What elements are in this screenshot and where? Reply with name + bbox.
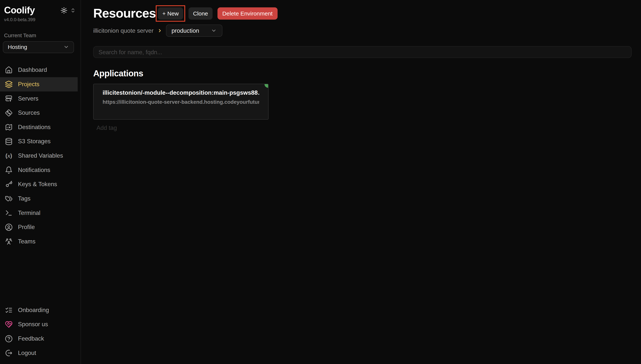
applications-grid: illicitestonion/-module--decomposition:m… [93, 84, 632, 120]
sidebar-item-sponsor-us[interactable]: Sponsor us [0, 317, 81, 332]
sidebar-item-label: Tags [18, 195, 31, 202]
checklist-icon [5, 306, 13, 314]
environment-select-value: production [171, 28, 199, 34]
sidebar-item-feedback[interactable]: Feedback [0, 331, 81, 346]
app-window: Coolify v4.0.0-beta.399 Current Team Hos… [0, 0, 641, 364]
chevrons-up-down-icon[interactable] [70, 8, 76, 13]
sidebar-item-label: Profile [18, 224, 35, 230]
sidebar-item-label: Feedback [18, 335, 44, 342]
layers-icon [5, 80, 13, 88]
database-icon [5, 138, 13, 145]
team-select-value: Hosting [8, 44, 27, 50]
home-icon [5, 66, 13, 74]
sidebar-item-label: Logout [18, 350, 36, 356]
add-tag-button[interactable]: Add tag [97, 124, 631, 131]
sidebar-item-tags[interactable]: Tags [0, 191, 81, 206]
variables-icon: (x) [5, 152, 13, 160]
sidebar-item-label: Terminal [18, 210, 40, 216]
annotation-highlight-box: + New [156, 5, 185, 22]
sidebar-item-label: Onboarding [18, 307, 49, 313]
sidebar-item-label: Notifications [18, 167, 50, 173]
sidebar-bottom-nav: Onboarding Sponsor us Feedback Logout [0, 303, 81, 360]
page-title: Resources [93, 6, 156, 21]
sidebar-nav: Dashboard Projects Servers Sources [0, 63, 81, 248]
page-header: Resources + New Clone Delete Environment [93, 5, 632, 22]
user-circle-icon [5, 223, 13, 231]
status-indicator [264, 84, 268, 88]
app-version: v4.0.0-beta.399 [4, 17, 81, 22]
bell-icon [5, 166, 13, 174]
tags-icon [5, 195, 13, 202]
sidebar-item-label: S3 Storages [18, 138, 51, 145]
sidebar-item-label: Destinations [18, 124, 51, 130]
sidebar: Coolify v4.0.0-beta.399 Current Team Hos… [0, 0, 81, 364]
sidebar-item-terminal[interactable]: Terminal [0, 206, 81, 220]
sidebar-item-shared-variables[interactable]: (x) Shared Variables [0, 148, 81, 163]
application-card[interactable]: illicitestonion/-module--decomposition:m… [93, 84, 269, 120]
sidebar-item-notifications[interactable]: Notifications [0, 163, 81, 177]
applications-heading: Applications [93, 68, 632, 78]
sidebar-item-label: Sponsor us [18, 321, 48, 328]
main-content: Resources + New Clone Delete Environment… [81, 0, 641, 364]
help-circle-icon [5, 335, 13, 342]
sidebar-item-label: Sources [18, 110, 40, 116]
map-icon [5, 123, 13, 131]
sidebar-spacer [0, 248, 81, 303]
users-icon [5, 238, 13, 245]
search-input[interactable] [93, 46, 632, 58]
sidebar-item-s3-storages[interactable]: S3 Storages [0, 134, 81, 148]
sidebar-item-label: Servers [18, 95, 39, 102]
sidebar-item-servers[interactable]: Servers [0, 91, 81, 106]
sidebar-item-destinations[interactable]: Destinations [0, 120, 81, 134]
server-icon [5, 94, 13, 102]
sidebar-item-logout[interactable]: Logout [0, 346, 81, 360]
terminal-icon [5, 209, 13, 216]
application-url: https://illicitonion-quote-server-backen… [103, 99, 259, 105]
breadcrumb-project-link[interactable]: illicitonion quote server [93, 28, 154, 34]
breadcrumb: illicitonion quote server production [93, 24, 632, 37]
environment-select[interactable]: production [166, 24, 222, 37]
sidebar-item-label: Teams [18, 238, 35, 245]
heart-handshake-icon [5, 320, 13, 328]
delete-environment-button[interactable]: Delete Environment [217, 7, 277, 20]
sidebar-item-label: Projects [18, 81, 39, 88]
sidebar-item-label: Shared Variables [18, 152, 63, 159]
sidebar-item-onboarding[interactable]: Onboarding [0, 303, 81, 317]
sidebar-item-label: Dashboard [18, 66, 47, 73]
sidebar-item-label: Keys & Tokens [18, 181, 57, 188]
chevron-right-icon [157, 28, 162, 33]
sidebar-item-profile[interactable]: Profile [0, 220, 81, 234]
git-source-icon [5, 109, 13, 116]
clone-button[interactable]: Clone [189, 7, 213, 20]
logout-icon [5, 349, 13, 357]
key-icon [5, 180, 13, 188]
search-bar [93, 46, 632, 58]
sun-icon[interactable] [61, 7, 68, 14]
chevron-down-icon [211, 28, 217, 34]
sidebar-item-dashboard[interactable]: Dashboard [0, 63, 81, 77]
sidebar-item-sources[interactable]: Sources [0, 106, 81, 120]
theme-controls [61, 7, 76, 14]
brand-row: Coolify [4, 5, 76, 16]
sidebar-item-projects[interactable]: Projects [0, 77, 78, 91]
app-logo: Coolify [4, 5, 35, 16]
team-select[interactable]: Hosting [3, 41, 74, 53]
current-team-label: Current Team [4, 32, 81, 38]
sidebar-item-keys-tokens[interactable]: Keys & Tokens [0, 177, 81, 192]
application-title: illicitestonion/-module--decomposition:m… [103, 90, 259, 96]
new-button[interactable]: + New [158, 7, 183, 20]
chevron-down-icon [63, 44, 69, 50]
sidebar-item-teams[interactable]: Teams [0, 234, 81, 248]
